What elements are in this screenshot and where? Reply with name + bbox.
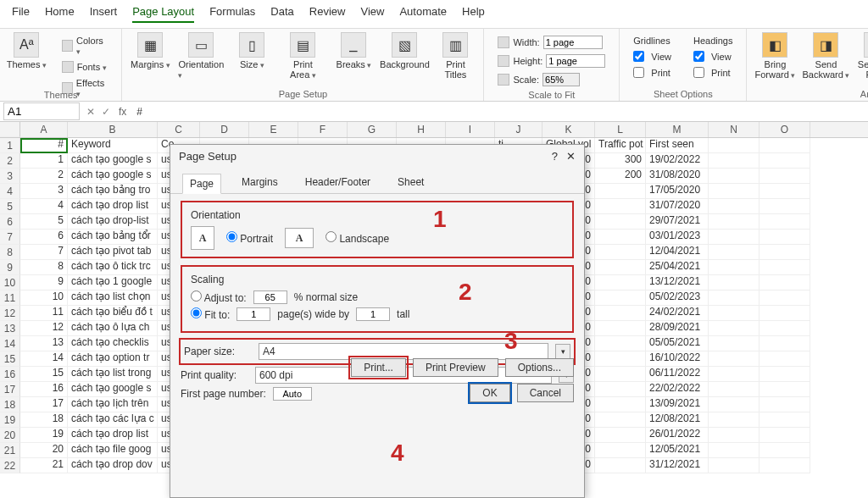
cancel-button[interactable]: Cancel <box>517 384 574 402</box>
cell[interactable] <box>760 260 810 275</box>
cell[interactable] <box>760 199 810 214</box>
col-header-O[interactable]: O <box>760 122 810 137</box>
cell[interactable]: 19 <box>20 428 68 443</box>
cell[interactable] <box>709 321 760 336</box>
row-header[interactable]: 1 <box>0 138 20 153</box>
fonts-button[interactable]: Fonts <box>58 59 112 75</box>
cancel-icon[interactable]: ✕ <box>83 106 98 118</box>
col-header-D[interactable]: D <box>200 122 249 137</box>
cell[interactable]: 13/12/2021 <box>646 275 709 290</box>
tab-sheet[interactable]: Sheet <box>391 173 431 193</box>
cell[interactable] <box>760 336 810 351</box>
cell[interactable] <box>760 169 810 184</box>
cell[interactable]: 05/05/2021 <box>646 336 709 351</box>
landscape-radio[interactable]: Landscape <box>326 231 389 245</box>
menu-formulas[interactable]: Formulas <box>209 5 255 23</box>
printtitles-button[interactable]: ▥Print Titles <box>432 32 478 80</box>
breaks-button[interactable]: ⎯Breaks <box>331 32 376 69</box>
cell[interactable] <box>595 199 646 214</box>
cell[interactable] <box>709 443 760 458</box>
cell[interactable] <box>595 458 646 473</box>
cell[interactable] <box>595 351 646 367</box>
cell[interactable]: cách tạo bảng tro <box>68 184 158 199</box>
orientation-button[interactable]: ▭Orientation <box>178 32 224 80</box>
cell[interactable]: 31/08/2020 <box>646 169 709 184</box>
col-header-B[interactable]: B <box>68 122 158 137</box>
cell[interactable] <box>595 428 646 443</box>
margins-button[interactable]: ▦Margins <box>127 32 173 69</box>
cell[interactable]: First seen <box>646 138 709 153</box>
row-header[interactable]: 21 <box>0 443 20 458</box>
cell[interactable]: 2 <box>20 169 68 184</box>
cell[interactable]: 28/09/2021 <box>646 321 709 336</box>
cell[interactable]: 12/08/2021 <box>646 412 709 428</box>
col-header-C[interactable]: C <box>158 122 200 137</box>
cell[interactable]: 25/04/2021 <box>646 260 709 275</box>
selectionpane-button[interactable]: ▭Selection Pane <box>854 32 868 80</box>
col-header-F[interactable]: F <box>298 122 348 137</box>
cell[interactable] <box>709 169 760 184</box>
cell[interactable]: 06/11/2022 <box>646 367 709 382</box>
cell[interactable] <box>595 336 646 351</box>
col-header-N[interactable]: N <box>709 122 760 137</box>
row-header[interactable]: 19 <box>0 412 20 428</box>
col-header-K[interactable]: K <box>542 122 595 137</box>
cell[interactable]: cách tạo option tr <box>68 351 158 367</box>
row-header[interactable]: 14 <box>0 336 20 351</box>
cell[interactable] <box>709 153 760 169</box>
menu-page-layout[interactable]: Page Layout <box>132 5 194 23</box>
gridlines-print-checkbox[interactable] <box>633 67 644 78</box>
scale-input[interactable] <box>542 73 580 86</box>
cell[interactable]: cách tạo pivot tab <box>68 245 158 260</box>
cell[interactable] <box>595 443 646 458</box>
cell[interactable]: 300 <box>595 153 646 169</box>
cell[interactable]: 7 <box>20 245 68 260</box>
fit-radio[interactable]: Fit to: <box>191 307 230 321</box>
cell[interactable]: 13/09/2021 <box>646 397 709 412</box>
cell[interactable] <box>595 321 646 336</box>
cell[interactable]: 12/04/2021 <box>646 245 709 260</box>
cell[interactable]: 15 <box>20 367 68 382</box>
cell[interactable] <box>595 275 646 290</box>
cell[interactable]: cách tạo ô lựa ch <box>68 321 158 336</box>
row-header[interactable]: 10 <box>0 275 20 290</box>
row-header[interactable]: 17 <box>0 382 20 397</box>
row-header[interactable]: 12 <box>0 306 20 321</box>
cell[interactable]: 13 <box>20 336 68 351</box>
cell[interactable] <box>595 184 646 199</box>
sendbackward-button[interactable]: ◨Send Backward <box>803 32 849 80</box>
cell[interactable]: 4 <box>20 199 68 214</box>
cell[interactable] <box>709 184 760 199</box>
cell[interactable]: 12 <box>20 321 68 336</box>
enter-icon[interactable]: ✓ <box>98 106 114 118</box>
menu-data[interactable]: Data <box>270 5 293 23</box>
cell[interactable] <box>709 275 760 290</box>
cell[interactable] <box>709 245 760 260</box>
cell[interactable] <box>709 367 760 382</box>
row-header[interactable]: 11 <box>0 290 20 306</box>
cell[interactable]: 20 <box>20 443 68 458</box>
cell[interactable]: 10 <box>20 290 68 306</box>
fx-icon[interactable]: fx <box>114 106 131 118</box>
cell[interactable]: 8 <box>20 260 68 275</box>
cell[interactable] <box>595 397 646 412</box>
menu-file[interactable]: File <box>12 5 30 23</box>
cell[interactable]: 17 <box>20 397 68 412</box>
cell[interactable] <box>760 321 810 336</box>
cell[interactable] <box>760 245 810 260</box>
menu-automate[interactable]: Automate <box>399 5 447 23</box>
help-icon[interactable]: ? <box>552 150 558 163</box>
col-header-E[interactable]: E <box>249 122 298 137</box>
gridlines-view-checkbox[interactable] <box>633 51 644 62</box>
cell[interactable] <box>760 412 810 428</box>
cell[interactable] <box>709 290 760 306</box>
cell[interactable]: 3 <box>20 184 68 199</box>
width-select[interactable] <box>543 36 603 49</box>
col-header-I[interactable]: I <box>446 122 495 137</box>
cell[interactable]: cách tạo bảng tổr <box>68 230 158 245</box>
ok-button[interactable]: OK <box>470 384 509 402</box>
row-header[interactable]: 13 <box>0 321 20 336</box>
cell[interactable] <box>760 290 810 306</box>
row-header[interactable]: 5 <box>0 199 20 214</box>
cell[interactable] <box>709 306 760 321</box>
